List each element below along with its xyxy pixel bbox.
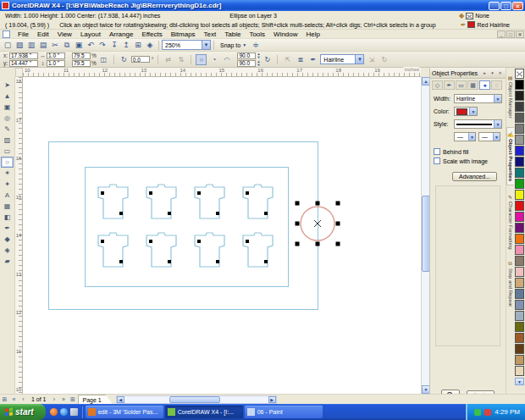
color-swatch[interactable] <box>515 289 524 299</box>
docker-tab-icon[interactable]: ✒ <box>444 80 455 90</box>
chevron-down-icon[interactable]: ▼ <box>469 108 477 115</box>
docker-collapse-icon[interactable]: ▾ <box>489 69 496 77</box>
selection-handle[interactable] <box>336 202 340 206</box>
color-swatch[interactable] <box>515 223 524 233</box>
chevron-down-icon[interactable]: ▼ <box>493 133 500 141</box>
menu-item[interactable]: Layout <box>76 30 105 38</box>
scale-with-image-checkbox[interactable] <box>434 158 440 164</box>
tshirt-shape[interactable] <box>146 233 176 267</box>
toolbar-button[interactable]: ▢ <box>2 40 14 51</box>
scroll-left-icon[interactable]: ◀ <box>117 396 124 403</box>
tool-button[interactable]: ➤ <box>1 80 14 91</box>
color-swatch[interactable] <box>515 102 524 112</box>
tool-button[interactable]: A <box>1 190 14 201</box>
page-tab[interactable]: Page 1 <box>78 395 113 404</box>
docker-flyout-icon[interactable]: ▸ <box>481 69 489 77</box>
menu-item[interactable]: Bitmaps <box>167 30 200 38</box>
docker-vertical-tab[interactable]: ✎ Character Formatting <box>508 191 513 253</box>
behind-fill-option[interactable]: Behind fill <box>434 148 502 155</box>
selection-handle[interactable] <box>316 242 320 246</box>
add-page-button[interactable]: ⊞ <box>0 395 9 404</box>
docker-vertical-tab[interactable]: ✍ Object Properties <box>506 127 514 185</box>
mirror-horizontal-button[interactable]: ⇄ <box>163 54 174 65</box>
color-swatch[interactable] <box>515 212 524 222</box>
tool-button[interactable]: ✒ <box>1 223 14 234</box>
toolbar-button[interactable]: ▧ <box>14 40 25 51</box>
last-page-button[interactable]: » <box>59 395 69 404</box>
selection-handle[interactable] <box>336 242 340 246</box>
color-swatch[interactable] <box>515 300 524 310</box>
tray-alert-icon[interactable] <box>484 409 491 416</box>
tool-button[interactable]: ▰ <box>1 256 14 267</box>
color-swatch[interactable] <box>515 333 524 343</box>
color-swatch[interactable] <box>515 366 524 376</box>
outline-width-combo[interactable]: Hairline ▼ <box>320 54 364 64</box>
scale-x-input[interactable] <box>72 52 91 59</box>
arc-end-angle-input[interactable] <box>237 60 256 67</box>
convert-to-curves-button[interactable]: ↻ <box>379 54 390 65</box>
docker-vertical-tab[interactable]: ⧉ Step and Repeat <box>508 257 513 310</box>
color-swatch[interactable] <box>515 135 524 145</box>
object-height-input[interactable] <box>47 60 65 67</box>
toolbar-button[interactable]: ↶ <box>85 40 97 51</box>
previous-page-button[interactable]: ‹ <box>19 395 28 404</box>
tshirt-shape[interactable] <box>146 185 176 218</box>
tool-button[interactable]: ◆ <box>1 234 14 245</box>
zoom-level-combo[interactable]: 250% ▼ <box>162 40 211 50</box>
inner-rectangle-shape[interactable] <box>86 168 289 287</box>
menu-item[interactable]: Arrange <box>105 30 137 38</box>
tool-button[interactable]: ◎ <box>1 113 14 124</box>
tool-button[interactable]: ▭ <box>1 146 14 157</box>
stepper-icon[interactable]: ▲▼ <box>257 52 260 59</box>
docker-close-icon[interactable]: ✕ <box>496 69 504 77</box>
chevron-down-icon[interactable]: ▼ <box>468 133 475 141</box>
docker-tab-icon[interactable]: ▭ <box>456 80 467 90</box>
tshirt-shape[interactable] <box>98 233 128 267</box>
color-swatch[interactable] <box>515 344 524 354</box>
to-front-button[interactable]: ⇱ <box>282 54 293 65</box>
docker-tab-icon[interactable]: ◌ <box>491 80 502 90</box>
object-x-input[interactable] <box>9 52 38 59</box>
toolbar-button[interactable]: ⊞ <box>132 40 144 51</box>
tool-button[interactable]: ✎ <box>1 124 14 135</box>
ellipse-mode-button[interactable]: ○ <box>196 54 207 65</box>
doc-close-button[interactable]: ✕ <box>516 30 524 38</box>
toolbar-button[interactable]: ▥ <box>25 40 37 51</box>
scroll-right-icon[interactable]: ▶ <box>268 396 276 403</box>
tool-button[interactable]: ✦ <box>1 179 14 190</box>
tool-button[interactable]: ▨ <box>1 135 14 146</box>
pie-mode-button[interactable]: ◔ <box>208 54 219 65</box>
menu-item[interactable]: Text <box>200 30 221 38</box>
toolbar-button[interactable]: ▤ <box>37 40 49 51</box>
options-button[interactable]: ≑ <box>250 40 262 51</box>
snap-to-button[interactable]: Snap to ▼ <box>217 42 250 48</box>
outline-width-select[interactable]: Hairline ▼ <box>454 94 502 103</box>
arc-direction-button[interactable]: ↻ <box>262 54 273 65</box>
docker-tab-icon[interactable]: ● <box>479 80 490 90</box>
toolbar-button[interactable]: ✂ <box>49 40 61 51</box>
object-y-input[interactable] <box>9 60 38 67</box>
stepper-icon[interactable]: ▲▼ <box>257 60 260 67</box>
chevron-down-icon[interactable]: ▼ <box>355 55 363 64</box>
color-swatch[interactable] <box>515 245 524 255</box>
color-swatch[interactable] <box>515 190 524 200</box>
color-swatch[interactable] <box>515 355 524 365</box>
add-page-button[interactable]: ⊞ <box>69 395 78 404</box>
horizontal-scrollbar[interactable]: ◀ ▶ <box>116 395 277 404</box>
first-page-button[interactable]: « <box>9 395 19 404</box>
minimize-button[interactable]: _ <box>489 2 500 10</box>
next-page-button[interactable]: › <box>50 395 59 404</box>
wrap-paragraph-text-button[interactable]: ≣ <box>295 54 306 65</box>
advanced-button[interactable]: Advanced... <box>452 172 497 181</box>
tool-button[interactable]: ◈ <box>1 245 14 256</box>
object-width-input[interactable] <box>47 52 65 59</box>
rotation-angle-input[interactable] <box>131 56 150 63</box>
show-desktop-icon[interactable] <box>70 408 78 416</box>
behind-fill-checkbox[interactable] <box>434 148 440 155</box>
arrow-start-select[interactable]: — ▼ <box>454 132 476 141</box>
selection-handle[interactable] <box>296 222 300 226</box>
tray-status-icon[interactable] <box>474 409 481 416</box>
color-swatch[interactable] <box>515 80 524 90</box>
selection-handle[interactable] <box>336 222 340 226</box>
toolbar-button[interactable]: ↷ <box>97 40 108 51</box>
